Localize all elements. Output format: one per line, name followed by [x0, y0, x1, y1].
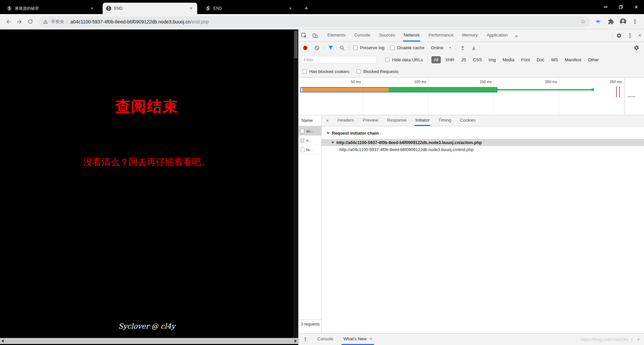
- initiator-chain-row-action[interactable]: http://a04c1100-5937-4f0b-8eed-b6f090912…: [322, 139, 644, 146]
- tab-close-icon[interactable]: ×: [189, 5, 194, 11]
- tab-close-icon[interactable]: ×: [288, 5, 293, 11]
- drawer-tab-console[interactable]: Console: [315, 334, 335, 345]
- resource-type-filter-all[interactable]: All: [431, 56, 441, 63]
- thunder-extension-icon[interactable]: [594, 17, 603, 26]
- drawer-close-button[interactable]: ×: [633, 334, 644, 345]
- record-button[interactable]: [303, 46, 307, 50]
- checkbox-unchecked[interactable]: [385, 58, 390, 62]
- omnibox[interactable]: 不安全 a04c1100-5937-4f0b-8eed-b6f0909122db…: [38, 16, 590, 27]
- drawer-tab-whats-new[interactable]: What's New ×: [341, 334, 374, 345]
- checkbox-unchecked[interactable]: [353, 46, 358, 50]
- clear-button[interactable]: [311, 45, 323, 51]
- detail-tab-cookies[interactable]: Cookies: [459, 115, 476, 126]
- tab-memory[interactable]: Memory: [462, 29, 479, 42]
- network-settings-button[interactable]: [631, 45, 644, 51]
- request-row-favicon[interactable]: fa...: [299, 145, 321, 154]
- devtools-menu-button[interactable]: ⋮: [625, 29, 636, 42]
- detail-tab-initiator[interactable]: Initiator: [415, 115, 430, 126]
- reload-button[interactable]: [25, 16, 36, 27]
- security-label[interactable]: 不安全: [51, 19, 64, 25]
- timeline-green-endpoint: [592, 88, 594, 91]
- detail-tab-headers[interactable]: Headers: [337, 115, 355, 126]
- new-tab-button[interactable]: +: [301, 3, 311, 13]
- browser-tab-3[interactable]: END ×: [202, 3, 297, 14]
- minimize-icon: [604, 7, 607, 7]
- timeline-selection-window[interactable]: [300, 87, 497, 92]
- browser-tab-2-active[interactable]: END ×: [103, 3, 197, 14]
- checkbox-unchecked[interactable]: [303, 69, 307, 74]
- network-timeline-overview[interactable]: 50 ms 100 ms 150 ms 200 ms 250 ms: [299, 78, 644, 115]
- initiator-url[interactable]: http://a04c1100-5937-4f0b-8eed-b6f090912…: [339, 147, 473, 152]
- filter-input[interactable]: [301, 56, 377, 64]
- throttling-select[interactable]: Online ▼: [431, 45, 452, 50]
- detail-tab-timing[interactable]: Timing: [438, 115, 452, 126]
- resource-type-filter-js[interactable]: JS: [459, 56, 469, 63]
- resource-type-filter-xhr[interactable]: XHR: [443, 56, 457, 63]
- whats-new-close-icon[interactable]: ×: [370, 336, 372, 341]
- extensions-puzzle-icon[interactable]: [606, 17, 615, 26]
- site-favicon: [106, 6, 111, 11]
- resource-type-filter-media[interactable]: Media: [500, 56, 517, 63]
- import-har-button[interactable]: [457, 45, 468, 50]
- resource-type-filter-ws[interactable]: WS: [549, 56, 560, 63]
- request-row-end[interactable]: e...: [299, 136, 321, 145]
- preserve-log-checkbox[interactable]: Preserve log: [353, 45, 384, 50]
- browser-menu-icon[interactable]: ⋮: [631, 17, 639, 26]
- horizontal-scrollbar[interactable]: [0, 338, 298, 344]
- initiator-section-title[interactable]: Request initiator chain: [322, 131, 644, 136]
- devtools-close-button[interactable]: ×: [636, 29, 644, 42]
- bookmark-star-icon[interactable]: ☆: [581, 19, 586, 24]
- close-detail-button[interactable]: ×: [322, 115, 333, 126]
- timeline-green-tail: [497, 89, 592, 90]
- devtools-settings-button[interactable]: [613, 29, 625, 42]
- vertical-scrollbar-thumb[interactable]: [294, 31, 298, 58]
- filter-toggle-button[interactable]: [325, 46, 336, 50]
- initiator-url[interactable]: http://a04c1100-5937-4f0b-8eed-b6f090912…: [336, 140, 482, 145]
- restore-icon: [619, 5, 623, 9]
- network-search-button[interactable]: [336, 45, 348, 51]
- hide-data-urls-checkbox[interactable]: Hide data URLs: [385, 57, 423, 62]
- request-row-action[interactable]: ac...: [299, 126, 321, 136]
- initiator-chain-row-end[interactable]: http://a04c1100-5937-4f0b-8eed-b6f090912…: [322, 146, 644, 153]
- url-text[interactable]: a04c1100-5937-4f0b-8eed-b6f0909122db.nod…: [70, 19, 209, 24]
- more-tabs-chevron-icon[interactable]: »: [512, 29, 520, 42]
- inspect-element-button[interactable]: [299, 29, 310, 42]
- scroll-right-arrow-icon[interactable]: [294, 339, 297, 343]
- tab-performance[interactable]: Performance: [428, 29, 454, 42]
- name-column-header[interactable]: Name: [299, 115, 321, 126]
- resource-type-filter-font[interactable]: Font: [519, 56, 532, 63]
- toolbar-separator: [322, 33, 322, 38]
- initiator-panel: Request initiator chain http://a04c1100-…: [322, 126, 644, 333]
- forward-button[interactable]: [14, 16, 25, 27]
- tab-close-icon[interactable]: ×: [89, 5, 95, 11]
- detail-tab-preview[interactable]: Preview: [362, 115, 379, 126]
- detail-tab-response[interactable]: Response: [386, 115, 408, 126]
- resource-type-filter-other[interactable]: Other: [586, 56, 601, 63]
- export-har-button[interactable]: [468, 45, 479, 50]
- tab-sources[interactable]: Sources: [378, 29, 396, 42]
- browser-tab-1[interactable]: 蒋璐源的秘密 ×: [3, 3, 98, 14]
- checkbox-unchecked[interactable]: [390, 46, 395, 50]
- resource-type-filter-manifest[interactable]: Manifest: [562, 56, 584, 63]
- disable-cache-checkbox[interactable]: Disable cache: [390, 45, 425, 50]
- restore-button[interactable]: [613, 0, 629, 14]
- tab-network[interactable]: Network: [403, 29, 421, 42]
- minimize-button[interactable]: [598, 0, 613, 14]
- has-blocked-cookies-checkbox[interactable]: Has blocked cookies: [303, 69, 349, 74]
- back-button[interactable]: [3, 16, 14, 27]
- scroll-left-arrow-icon[interactable]: [1, 339, 4, 343]
- resource-type-filter-doc[interactable]: Doc: [534, 56, 547, 63]
- checkbox-unchecked[interactable]: [357, 69, 361, 74]
- device-toolbar-button[interactable]: [310, 29, 321, 42]
- vertical-scrollbar[interactable]: [293, 29, 298, 338]
- tab-elements[interactable]: Elements: [327, 29, 346, 42]
- tab-console[interactable]: Console: [354, 29, 371, 42]
- close-window-button[interactable]: ×: [629, 0, 644, 14]
- close-icon: ×: [638, 33, 641, 38]
- resource-type-filter-css[interactable]: CSS: [471, 56, 484, 63]
- resource-type-filter-img[interactable]: Img: [486, 56, 498, 63]
- tab-application[interactable]: Application: [486, 29, 509, 42]
- blocked-requests-checkbox[interactable]: Blocked Requests: [357, 69, 398, 74]
- drawer-menu-icon[interactable]: ⋮: [299, 334, 312, 345]
- profile-avatar[interactable]: [619, 17, 627, 26]
